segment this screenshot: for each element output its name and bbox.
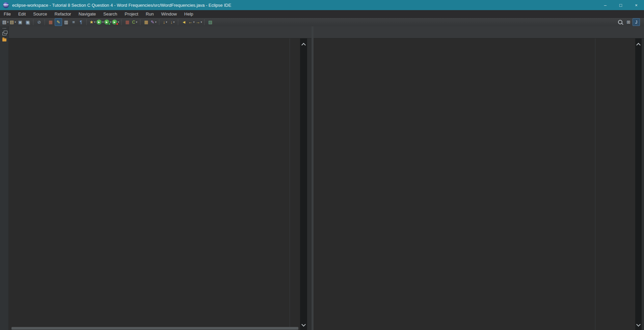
horizontal-scrollbar[interactable] [11,327,298,330]
close-button[interactable]: × [628,0,644,10]
minimize-button[interactable]: – [597,0,613,10]
editor-area [0,26,644,330]
open-search-dialog-button[interactable]: ★▾ [89,19,96,26]
import-icon: ↓ [163,20,165,24]
open-search-dialog-icon: ★ [89,20,93,24]
debug-button[interactable]: ▶▾ [97,19,104,26]
print-margin-line [290,38,290,330]
launch-last-tool-button[interactable]: ▦ [47,19,54,26]
toolbar-separator [140,20,141,25]
new-wizard-button[interactable]: ▤▾ [2,19,9,26]
package-explorer-icon[interactable] [2,38,6,41]
show-annotations-icon: ≡ [72,20,75,24]
annotate-icon: ✎ [151,20,155,24]
menu-item-navigate[interactable]: Navigate [75,11,100,17]
run-coverage-button[interactable]: ▶▾ [112,19,119,26]
toggle-mark-occurrences-button[interactable]: ✎ [55,18,62,26]
menu-item-run[interactable]: Run [142,11,158,17]
menu-item-window[interactable]: Window [158,11,181,17]
editor-area-handle-icon[interactable] [2,28,6,29]
toolbar-separator [204,20,205,25]
open-element-button[interactable]: ▥ [63,19,70,26]
menu-item-source[interactable]: Source [29,11,51,17]
dropdown-arrow-icon[interactable]: ▾ [166,21,167,24]
maximize-button[interactable]: □ [613,0,628,10]
scroll-down-icon[interactable] [301,322,306,327]
last-edit-location-icon: ◄ [182,20,186,24]
annotate-button[interactable]: ✎▾ [150,19,157,26]
menu-item-edit[interactable]: Edit [15,11,29,17]
save-icon: ▣ [18,20,22,24]
show-whitespace-button[interactable]: ¶ [78,19,84,26]
right-overview-ruler[interactable] [642,38,644,330]
right-scrollbar[interactable] [635,38,642,330]
dropdown-arrow-icon[interactable]: ▾ [155,21,156,24]
save-button[interactable]: ▣ [17,19,24,26]
menu-item-refactor[interactable]: Refactor [51,11,75,17]
find-actions-button[interactable] [616,19,624,26]
coverage-report-button[interactable]: C▾ [131,19,138,26]
open-element-icon: ▥ [64,20,68,24]
coverage-report-icon: C [132,20,135,24]
dropdown-arrow-icon[interactable]: ▾ [173,21,175,24]
left-overview-ruler[interactable] [307,38,312,330]
import-button[interactable]: ↓▾ [162,19,168,26]
open-editor-button[interactable]: ▨ [207,19,214,26]
menu-bar: FileEditSourceRefactorNavigateSearchProj… [0,10,644,18]
new-package-icon: ▦ [144,20,148,24]
show-annotations-button[interactable]: ≡ [70,19,77,26]
scroll-down-icon[interactable] [636,322,641,327]
open-perspective-icon: ⊞ [627,20,630,24]
left-code-area[interactable] [9,38,300,330]
skip-all-breakpoints-icon: ⊘ [37,20,41,24]
save-all-icon: ▣ [26,20,30,24]
back-history-button[interactable]: ←▾ [188,19,195,26]
new-java-project-button[interactable]: ▤▾ [9,19,16,26]
run-button[interactable]: ▶▾ [104,19,111,26]
toolbar-left: ▤▾▤▾▣▣⊘▦✎▥≡¶★▾▶▾▶▾▶▾▦C▾▦✎▾↓▾↓▾◄←▾→▾▨ [2,18,214,26]
open-perspective-button[interactable]: ⊞ [625,19,632,26]
dropdown-arrow-icon[interactable]: ▾ [102,21,104,24]
export-icon: ↓ [170,20,173,24]
left-tab-strip [9,26,312,38]
java-perspective-button[interactable]: J [633,18,640,26]
dropdown-arrow-icon[interactable]: ▾ [201,21,202,24]
dropdown-arrow-icon[interactable]: ▾ [94,21,96,24]
eclipse-window: eclipse-workspace - Tutorial 8 Section C… [0,0,644,330]
save-all-button[interactable]: ▣ [24,19,31,26]
scroll-up-icon[interactable] [636,43,641,47]
forward-history-button[interactable]: →▾ [195,19,202,26]
debug-icon: ▶ [97,20,102,25]
dropdown-arrow-icon[interactable]: ▾ [7,21,8,24]
restore-view-icon[interactable] [2,32,6,35]
eclipse-logo-icon [3,2,9,8]
dropdown-arrow-icon[interactable]: ▾ [193,21,195,24]
left-scrollbar[interactable] [300,38,307,330]
window-title: eclipse-workspace - Tutorial 8 Section C… [12,3,231,8]
toggle-mark-occurrences-icon: ✎ [57,20,60,24]
toolbar-separator [45,20,45,25]
menu-item-file[interactable]: File [0,11,15,17]
new-java-project-icon: ▤ [10,20,14,24]
menu-item-search[interactable]: Search [100,11,121,17]
dropdown-arrow-icon[interactable]: ▾ [15,21,16,24]
export-button[interactable]: ↓▾ [169,19,176,26]
wordfrequencies-java-editor[interactable] [314,38,644,330]
new-junit-test-icon: ▦ [125,20,129,24]
menu-item-project[interactable]: Project [121,11,142,17]
right-tab-strip [314,26,644,38]
open-editor-icon: ▨ [208,20,212,24]
dropdown-arrow-icon[interactable]: ▾ [136,21,137,24]
toolbar-right: ⊞J [616,18,640,26]
data-java-editor[interactable] [9,38,312,330]
skip-all-breakpoints-button[interactable]: ⊘ [36,19,43,26]
right-code-area[interactable] [314,38,635,330]
new-junit-test-button[interactable]: ▦ [124,19,131,26]
menu-item-help[interactable]: Help [181,11,197,17]
new-package-button[interactable]: ▦ [143,19,150,26]
launch-last-tool-icon: ▦ [49,20,53,24]
search-icon [618,20,622,24]
last-edit-location-button[interactable]: ◄ [181,19,187,26]
print-margin-line [595,38,595,330]
scroll-up-icon[interactable] [301,43,306,47]
